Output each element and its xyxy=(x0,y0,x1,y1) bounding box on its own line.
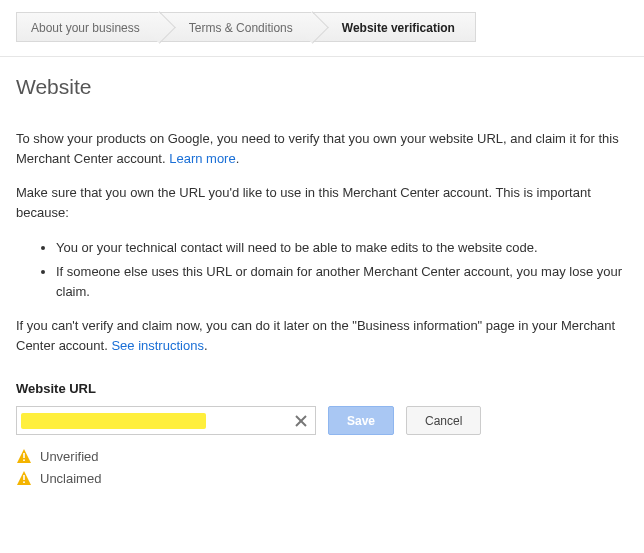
warning-icon xyxy=(16,448,32,464)
step-label: Website verification xyxy=(342,21,455,35)
step-label: About your business xyxy=(31,21,140,35)
learn-more-link[interactable]: Learn more xyxy=(169,151,235,166)
svg-rect-4 xyxy=(23,460,25,462)
step-bar: About your business Terms & Conditions W… xyxy=(16,12,628,42)
later-text-part1: If you can't verify and claim now, you c… xyxy=(16,318,615,353)
clear-input-icon[interactable] xyxy=(293,413,309,429)
step-terms[interactable]: Terms & Conditions xyxy=(160,12,313,42)
status-label: Unverified xyxy=(40,449,99,464)
intro-text-part1: To show your products on Google, you nee… xyxy=(16,131,619,166)
list-item: If someone else uses this URL or domain … xyxy=(56,262,628,302)
see-instructions-link[interactable]: See instructions xyxy=(111,338,204,353)
svg-rect-7 xyxy=(23,482,25,484)
website-url-input[interactable] xyxy=(17,407,315,434)
save-button[interactable]: Save xyxy=(328,406,394,435)
svg-rect-3 xyxy=(23,453,25,458)
intro-text: To show your products on Google, you nee… xyxy=(16,129,628,169)
bullet-list: You or your technical contact will need … xyxy=(16,238,628,302)
website-url-input-wrap xyxy=(16,406,316,435)
website-url-label: Website URL xyxy=(16,381,628,396)
page-title: Website xyxy=(16,75,628,99)
status-label: Unclaimed xyxy=(40,471,101,486)
status-unclaimed: Unclaimed xyxy=(16,467,628,489)
svg-rect-6 xyxy=(23,475,25,480)
later-text: If you can't verify and claim now, you c… xyxy=(16,316,628,356)
cancel-button[interactable]: Cancel xyxy=(406,406,481,435)
divider xyxy=(0,56,644,57)
warning-icon xyxy=(16,470,32,486)
step-label: Terms & Conditions xyxy=(189,21,293,35)
status-list: Unverified Unclaimed xyxy=(16,445,628,489)
step-about-business[interactable]: About your business xyxy=(16,12,160,42)
list-item: You or your technical contact will need … xyxy=(56,238,628,258)
status-unverified: Unverified xyxy=(16,445,628,467)
step-website-verification[interactable]: Website verification xyxy=(313,12,476,42)
ownership-intro: Make sure that you own the URL you'd lik… xyxy=(16,183,628,223)
